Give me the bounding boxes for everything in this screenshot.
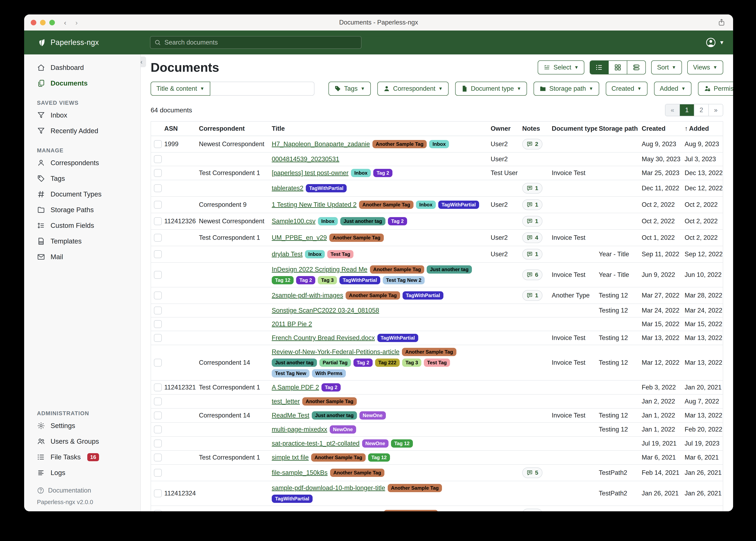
tag-badge[interactable]: NewOne [330,425,356,434]
sidebar-item-custom-fields[interactable]: Custom Fields [24,218,140,234]
sidebar-item-inbox[interactable]: Inbox [24,107,140,123]
row-checkbox[interactable] [154,271,162,279]
document-link[interactable]: sample-pdf-download-10-mb-longer-title [272,484,385,492]
tag-badge[interactable]: Tag 2 [388,217,407,225]
sidebar-item-document-types[interactable]: Document Types [24,186,140,202]
documentation-link[interactable]: Documentation [37,487,140,494]
tag-badge[interactable]: Another Sample Tag [384,510,438,511]
row-checkbox[interactable] [154,250,162,258]
document-link[interactable]: H7_Napoleon_Bonaparte_zadanie [272,140,370,148]
document-link[interactable]: file-sample_150kBs [272,469,328,476]
notes-badge[interactable]: 1 [522,249,542,260]
tag-badge[interactable]: TagWithPartial [306,184,347,192]
tag-badge[interactable]: Test Tag [424,358,450,367]
tag-badge[interactable]: TagWithPartial [377,334,418,342]
row-checkbox[interactable] [154,411,162,419]
tag-badge[interactable]: Tag 2 [353,358,373,367]
tag-badge[interactable]: Tag 12 [272,276,294,284]
close-window-button[interactable] [31,20,36,25]
notes-badge[interactable]: 1 [522,199,542,210]
column-header-added[interactable]: ↑Added [685,125,723,132]
tag-badge[interactable]: Test Tag New 2 [383,276,425,284]
sidebar-item-tags[interactable]: Tags [24,171,140,186]
row-checkbox[interactable] [154,425,162,433]
row-checkbox[interactable] [154,489,162,497]
document-link[interactable]: French Country Bread Revised.docx [272,334,375,342]
notes-badge[interactable]: 4 [522,233,542,243]
row-checkbox[interactable] [154,169,162,177]
column-header-asn[interactable]: ASN [164,125,197,132]
column-header-created[interactable]: Created [642,125,683,132]
storage-path-filter-button[interactable]: Storage path ▼ [534,82,599,96]
row-checkbox[interactable] [154,469,162,477]
notes-badge[interactable]: 1 [522,290,542,301]
sidebar-item-users-groups[interactable]: Users & Groups [24,434,140,449]
tags-filter-button[interactable]: Tags ▼ [328,82,371,96]
row-checkbox[interactable] [154,291,162,299]
row-checkbox[interactable] [154,320,162,328]
document-link[interactable]: 0004814539_20230531 [272,156,339,163]
tag-badge[interactable]: Another Sample Tag [346,291,400,299]
sidebar-item-recently-added[interactable]: Recently Added [24,123,140,139]
tag-badge[interactable]: TagWithPartial [438,201,479,209]
pagination-prev-button[interactable]: « [665,104,680,116]
document-link[interactable]: 2sample-pdf-with-images [272,292,343,299]
tag-badge[interactable]: TagWithPartial [339,276,380,284]
tag-badge[interactable]: Tag 222 [375,358,400,367]
tag-badge[interactable]: Test Tag New [272,369,309,377]
tag-badge[interactable]: Just another tag [272,358,317,367]
document-link[interactable]: InDesign 2022 Scripting Read Me [272,266,367,273]
tag-badge[interactable]: NewOne [359,411,386,419]
permissions-filter-button[interactable]: Permissions ▼ [698,82,733,96]
tag-badge[interactable]: Another Sample Tag [402,348,456,356]
tag-badge[interactable]: Another Sample Tag [330,469,385,477]
row-checkbox[interactable] [154,140,162,148]
list-view-button[interactable] [590,61,609,74]
sidebar-item-documents[interactable]: Documents [24,76,140,91]
sidebar-item-settings[interactable]: Settings [24,418,140,434]
tag-badge[interactable]: Tag 2 [321,383,341,391]
tag-badge[interactable]: Test Tag [327,250,353,258]
tag-badge[interactable]: Inbox [305,250,325,258]
pagination-page-2[interactable]: 2 [694,104,709,116]
tag-badge[interactable]: TagWithPartial [272,495,313,503]
tag-badge[interactable]: Tag 12 [391,439,413,448]
document-link[interactable]: Review-of-New-York-Federal-Petitions-art… [272,348,399,356]
tag-badge[interactable]: Just another tag [427,266,472,273]
document-link[interactable]: UM_PPBE_en_v29 [272,234,327,242]
document-link[interactable]: simple txt file [272,454,309,461]
notes-badge[interactable]: 1 [522,183,542,194]
document-link[interactable]: ReadMe Test [272,412,309,419]
back-icon[interactable]: ‹ [64,19,66,27]
document-link[interactable]: Sonstige ScanPC2022 03-24_081058 [272,307,379,314]
row-checkbox[interactable] [154,234,162,242]
column-header-document-type[interactable]: Document type [552,125,597,132]
tag-badge[interactable]: Tag 2 [373,169,392,177]
column-header-title[interactable]: Title [272,125,489,132]
tag-badge[interactable]: NewOne [362,439,389,448]
correspondent-filter-button[interactable]: Correspondent ▼ [377,82,449,96]
tag-badge[interactable]: With Perms [312,369,346,377]
user-menu[interactable]: ▼ [705,37,724,48]
minimize-window-button[interactable] [40,20,46,25]
column-header-notes[interactable]: Notes [522,125,550,132]
column-header-storage-path[interactable]: Storage path [599,125,640,132]
row-checkbox[interactable] [154,334,162,342]
pagination-page-1[interactable]: 1 [680,104,694,116]
notes-badge[interactable]: 2 [522,139,542,150]
notes-badge[interactable]: 5 [522,467,542,478]
tag-badge[interactable]: Partial Tag [319,358,351,367]
sidebar-item-logs[interactable]: Logs [24,465,140,481]
sidebar-item-file-tasks[interactable]: File Tasks16 [24,449,140,465]
forward-icon[interactable]: › [75,19,78,27]
row-checkbox[interactable] [154,397,162,405]
tag-badge[interactable]: Another Sample Tag [359,201,413,209]
tag-badge[interactable]: Another Sample Tag [370,266,424,273]
document-link[interactable]: 1 Testing New Title Updated 2 [272,201,357,209]
tag-badge[interactable]: Another Sample Tag [388,484,442,492]
title-content-dropdown[interactable]: Title & content ▼ [151,82,210,96]
select-button[interactable]: Select ▼ [538,60,584,74]
document-link[interactable]: Sample100.csv [272,218,315,225]
grid-view-button[interactable] [609,61,627,74]
row-checkbox[interactable] [154,383,162,391]
